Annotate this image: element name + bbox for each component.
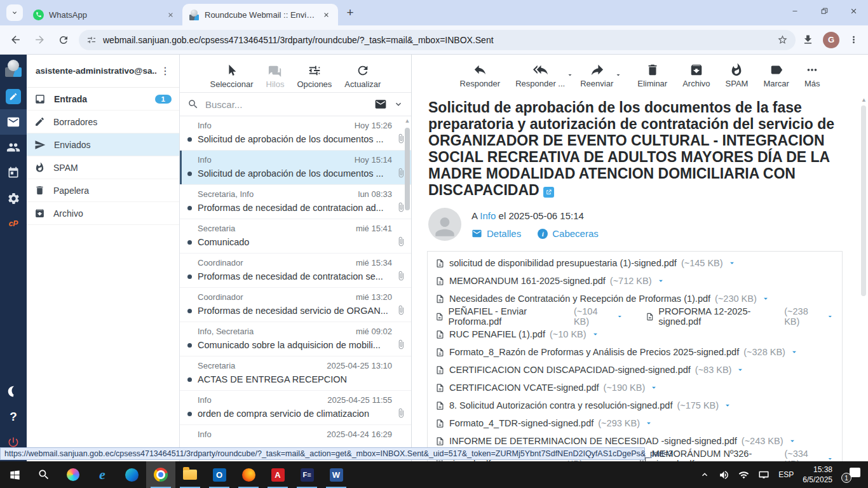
attachment-name[interactable]: RUC PENAFIEL (1).pdf: [449, 329, 545, 339]
spam-button[interactable]: SPAM: [726, 63, 749, 88]
display-cast-icon[interactable]: [758, 469, 770, 480]
attachment-menu-caret-icon[interactable]: [788, 437, 797, 445]
mail-nav-button[interactable]: [0, 109, 27, 135]
scroll-up-arrow-icon[interactable]: ▲: [405, 116, 410, 125]
url-text[interactable]: webmail.sanjuan.gob.ec/cpsess4713464511/…: [103, 35, 771, 45]
search-scope-mail-icon[interactable]: [374, 98, 387, 111]
scroll-up-arrow-icon[interactable]: ▲: [861, 95, 867, 104]
attachment-menu-caret-icon[interactable]: [826, 312, 834, 321]
attachment-name[interactable]: Necesidades de Contratación y Recepción …: [449, 294, 710, 304]
reply-button[interactable]: Responder: [460, 62, 501, 88]
attachment-menu-caret-icon[interactable]: [736, 365, 745, 374]
message-row[interactable]: Info, Secretariamié 09:02 Comunicado sob…: [180, 322, 411, 356]
taskbar-clock[interactable]: 15:38 6/5/2025: [803, 464, 832, 485]
scrollbar-thumb[interactable]: [405, 128, 410, 210]
new-tab-button[interactable]: +: [342, 4, 358, 21]
browser-profile-avatar[interactable]: G: [823, 32, 839, 48]
attachment-item[interactable]: Necesidades de Contratación y Recepción …: [435, 294, 770, 304]
message-row-selected[interactable]: InfoHoy 15:14 Solicitud de aprobación de…: [180, 151, 411, 185]
scrollbar-thumb[interactable]: [861, 105, 866, 296]
attachment-name[interactable]: 8. Solicitud Autorización contra y resol…: [449, 400, 672, 410]
attachment-name[interactable]: INFORME DE DETERMINACION DE NECESIDAD -s…: [449, 436, 737, 446]
window-minimize-button[interactable]: [780, 0, 810, 22]
taskbar-edge[interactable]: [117, 461, 146, 488]
tab-roundcube[interactable]: Roundcube Webmail :: Enviados: [182, 4, 338, 25]
attachment-name[interactable]: PEÑAFIEL - Enviar Proforma.pdf: [449, 306, 569, 327]
attachment-item[interactable]: Formato_8_Razón de Proformas y Análisis …: [435, 347, 799, 357]
headers-toggle[interactable]: i Cabeceras: [538, 228, 599, 239]
dropdown-caret-icon[interactable]: [614, 71, 622, 79]
refresh-button[interactable]: Actualizar: [344, 64, 381, 89]
attachment-menu-caret-icon[interactable]: [790, 348, 799, 356]
details-toggle[interactable]: Detalles: [471, 228, 521, 239]
attachment-item[interactable]: CERTIFICACION CON DISCAPACIDAD-signed-si…: [435, 365, 745, 375]
attachment-menu-caret-icon[interactable]: [826, 454, 834, 461]
taskbar-search-button[interactable]: [29, 461, 58, 488]
dark-mode-button[interactable]: [0, 379, 27, 404]
sidebar-item-papelera[interactable]: Papelera: [27, 179, 179, 202]
browser-back-button[interactable]: [6, 31, 24, 49]
attachment-name[interactable]: CERTIFICACION VCATE-signed.pdf: [449, 383, 599, 393]
account-header[interactable]: asistente-administrativo@sa... ⋮: [27, 55, 179, 88]
message-row[interactable]: Secretaria, Infolun 08:33 Proformas de n…: [180, 185, 411, 219]
tray-expand-chevron-icon[interactable]: [700, 470, 710, 480]
message-row[interactable]: Coordinadormié 15:34 Proformas de necesi…: [180, 254, 411, 288]
notification-center-button[interactable]: 1: [841, 466, 860, 483]
attachment-name[interactable]: Formato_8_Razón de Proformas y Análisis …: [449, 347, 739, 357]
sidebar-item-archivo[interactable]: Archivo: [27, 202, 179, 225]
options-button[interactable]: Opciones: [297, 64, 332, 89]
sidebar-item-borradores[interactable]: Borradores: [27, 111, 179, 133]
attachment-item[interactable]: CERTIFICACION VCATE-signed.pdf (~190 KB): [435, 383, 658, 393]
attachment-menu-caret-icon[interactable]: [761, 294, 770, 303]
help-button[interactable]: ?: [0, 404, 27, 430]
volume-icon[interactable]: [719, 470, 729, 480]
tab-search-button[interactable]: [6, 4, 23, 21]
attachment-item[interactable]: 8. Solicitud Autorización contra y resol…: [435, 400, 732, 410]
search-input[interactable]: [205, 99, 368, 110]
cpanel-link[interactable]: cP: [0, 211, 27, 236]
sidebar-item-entrada[interactable]: Entrada 1: [27, 88, 179, 111]
select-button[interactable]: Seleccionar: [210, 64, 254, 89]
message-row[interactable]: Secretariamié 15:41 Comunicado: [180, 219, 411, 254]
calendar-nav-button[interactable]: [0, 160, 27, 186]
attachment-name[interactable]: MEMORANDUM 161-2025-signed.pdf: [449, 276, 606, 286]
attachment-name[interactable]: CERTIFICACION CON DISCAPACIDAD-signed-si…: [449, 365, 691, 375]
attachment-menu-caret-icon[interactable]: [723, 401, 732, 410]
window-close-button[interactable]: [839, 0, 868, 22]
tab-whatsapp[interactable]: WhatsApp: [27, 4, 182, 25]
window-restore-button[interactable]: [810, 0, 839, 22]
attachment-menu-caret-icon[interactable]: [616, 312, 624, 321]
browser-forward-button[interactable]: [31, 31, 48, 49]
taskbar-copilot-button[interactable]: [58, 461, 88, 488]
taskbar-word[interactable]: W: [322, 461, 351, 488]
site-settings-tune-icon[interactable]: [86, 35, 97, 45]
taskbar-forticlient[interactable]: F≡: [292, 461, 322, 488]
taskbar-acrobat[interactable]: A: [263, 461, 292, 488]
attachment-menu-caret-icon[interactable]: [644, 419, 653, 428]
attachment-name[interactable]: solicitud de disponibilidad presupuestar…: [449, 258, 677, 268]
sidebar-item-spam[interactable]: SPAM: [27, 156, 179, 179]
attachment-menu-caret-icon[interactable]: [591, 330, 600, 339]
attachment-menu-caret-icon[interactable]: [656, 276, 665, 285]
archive-button[interactable]: Archivo: [682, 63, 710, 88]
attachment-item[interactable]: PEÑAFIEL - Enviar Proforma.pdf (~104 KB): [435, 306, 624, 327]
message-row[interactable]: Coordinadormié 13:20 Proformas de necesi…: [180, 288, 411, 322]
contacts-nav-button[interactable]: [0, 135, 27, 160]
open-in-new-icon[interactable]: [543, 187, 554, 198]
taskbar-chrome[interactable]: [146, 461, 175, 488]
message-row[interactable]: Secretaria2025-04-25 13:10 ACTAS DE ENTR…: [180, 356, 411, 391]
wifi-icon[interactable]: [738, 470, 749, 480]
attachment-name[interactable]: Formato_4_TDR-signed-signed.pdf: [449, 418, 593, 428]
taskbar-internet-explorer[interactable]: e: [88, 461, 117, 488]
compose-button[interactable]: [0, 84, 27, 109]
account-menu-kebab-icon[interactable]: ⋮: [156, 65, 174, 77]
attachment-item[interactable]: solicitud de disponibilidad presupuestar…: [435, 258, 736, 268]
attachment-item[interactable]: RUC PENAFIEL (1).pdf (~10 KB): [435, 329, 600, 339]
settings-nav-button[interactable]: [0, 186, 27, 211]
delete-button[interactable]: Eliminar: [637, 63, 667, 88]
attachment-name[interactable]: PROFORMA 12-2025-signed.pdf: [658, 306, 780, 327]
sidebar-item-enviados[interactable]: Enviados: [27, 133, 179, 156]
browser-menu-icon[interactable]: [848, 34, 859, 45]
attachment-item[interactable]: PROFORMA 12-2025-signed.pdf (~238 KB): [646, 306, 834, 327]
tab-close-icon[interactable]: [320, 9, 332, 20]
